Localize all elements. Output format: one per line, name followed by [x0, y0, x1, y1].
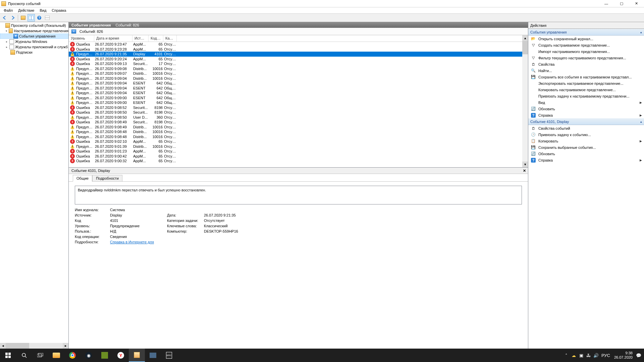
table-row[interactable]: !Предупреж...26.07.2020 9:09:08Distrib..… [69, 66, 528, 71]
collapse-icon[interactable]: ▴ [640, 31, 642, 34]
eventviewer-task-icon[interactable] [129, 349, 145, 362]
taskbar-clock[interactable]: 9:38 26.07.2020 [612, 351, 635, 360]
tree-admin-events[interactable]: События управления [0, 34, 68, 39]
actions-section-2[interactable]: Событие 4101, Display▴ [528, 118, 644, 125]
col-eventid[interactable]: Код со... [149, 35, 163, 42]
table-row[interactable]: !Ошибка26.07.2020 9:23:28AppM...65Отсутс… [69, 47, 528, 52]
table-row[interactable]: !Ошибка26.07.2020 9:00:42AppM...65Отсутс… [69, 154, 528, 159]
action-item[interactable]: 🔄Обновить [528, 106, 644, 112]
tree-custom-views[interactable]: ▾Настраиваемые представления [0, 28, 68, 34]
start-button[interactable] [0, 349, 16, 362]
table-row[interactable]: !Предупреж...26.07.2020 9:08:48Distrib..… [69, 129, 528, 134]
table-row[interactable]: !Предупреж...26.07.2020 9:09:00ESENT642О… [69, 96, 528, 101]
table-row[interactable]: !Предупреж...26.07.2020 9:09:04ESENT642О… [69, 81, 528, 86]
table-row[interactable]: !Предупреж...26.07.2020 9:09:04ESENT642О… [69, 90, 528, 96]
action-item[interactable]: 📂Открыть сохраненный журнал... [528, 36, 644, 42]
table-head[interactable]: Уровень Дата и время Источ... Код со... … [69, 35, 528, 42]
table-row[interactable]: !Ошибка26.07.2020 9:08:52Securit...8198О… [69, 105, 528, 110]
menu-view[interactable]: Вид [37, 8, 49, 13]
action-item[interactable]: ?Справка▶ [528, 157, 644, 163]
table-row[interactable]: !Ошибка26.07.2020 9:20:24AppM...65Отсутс… [69, 57, 528, 62]
tray-volume-icon[interactable]: 🔊 [593, 349, 599, 362]
table-row[interactable]: !Ошибка26.07.2020 9:23:47AppM...65Отсутс… [69, 42, 528, 47]
pane-button[interactable] [28, 14, 35, 21]
table-row[interactable]: !Ошибка26.07.2020 9:08:50Securit...8198О… [69, 110, 528, 115]
notifications-icon[interactable]: 💬 [635, 349, 642, 362]
tree-root[interactable]: Просмотр событий (Локальный) [0, 23, 68, 28]
explorer-icon[interactable] [48, 349, 64, 362]
chrome-icon[interactable] [64, 349, 80, 362]
tree-win-logs[interactable]: ▸Журналы Windows [0, 39, 68, 44]
close-button[interactable]: ✕ [629, 0, 644, 7]
tree-hscrollbar[interactable]: ◂▸ [0, 343, 68, 349]
table-row[interactable]: !Предупреж...26.07.2020 9:09:04ESENT642О… [69, 86, 528, 91]
table-row[interactable]: !Предупреж...26.07.2020 9:08:49Distrib..… [69, 125, 528, 130]
table-row[interactable]: !Ошибка26.07.2020 9:01:23AppM...65Отсутс… [69, 149, 528, 154]
table-row[interactable]: !Предупреж...26.07.2020 9:08:48Distrib..… [69, 134, 528, 139]
table-row[interactable]: !Предупреж...26.07.2020 9:21:35Display41… [69, 52, 528, 57]
tray-app-icon[interactable]: ▣ [578, 349, 585, 362]
action-item[interactable]: 🔄Обновить [528, 150, 644, 157]
action-item[interactable]: 💾Сохранить выбранные события... [528, 144, 644, 150]
table-row[interactable]: !Ошибка26.07.2020 9:09:13Securit...17Отс… [69, 61, 528, 66]
table-row[interactable]: !Ошибка26.07.2020 9:08:49Securit...8198О… [69, 120, 528, 125]
action-item[interactable]: 🗒Свойства событий [528, 125, 644, 131]
table-row[interactable]: !Предупреж...26.07.2020 9:09:07Distrib..… [69, 71, 528, 76]
tab-general[interactable]: Общие [73, 175, 92, 182]
app-task-icon[interactable] [145, 349, 161, 362]
maximize-button[interactable]: ▢ [614, 0, 629, 7]
table-vscrollbar[interactable]: ▴▾ [522, 35, 528, 167]
menu-action[interactable]: Действие [15, 8, 37, 13]
table-row[interactable]: !Предупреж...26.07.2020 9:09:00ESENT642О… [69, 100, 528, 105]
action-item[interactable]: ?Справка▶ [528, 112, 644, 118]
online-help-link[interactable]: Справка в Интернете для [110, 240, 164, 244]
action-item[interactable]: ▽Создать настраиваемое представление... [528, 42, 644, 48]
col-source[interactable]: Источ... [132, 35, 149, 42]
action-item[interactable]: 🗒Свойства [528, 61, 644, 67]
action-item[interactable]: 📋Копировать▶ [528, 138, 644, 144]
action-item[interactable]: 💾Сохранить все события в настраиваемом п… [528, 74, 644, 80]
action-item[interactable]: Копировать настраиваемое представление..… [528, 86, 644, 93]
actions-section-1[interactable]: События управления▴ [528, 29, 644, 36]
forward-button[interactable] [9, 14, 16, 21]
col-datetime[interactable]: Дата и время [94, 35, 132, 42]
tree-subscriptions[interactable]: Подписки [0, 50, 68, 55]
minimize-button[interactable]: — [599, 0, 614, 7]
detail-close-button[interactable]: ✕ [522, 168, 527, 173]
table-row[interactable]: !Предупреж...26.07.2020 9:08:50User D...… [69, 115, 528, 120]
taskview-button[interactable] [32, 349, 48, 362]
action-item[interactable]: Экспортировать настраиваемое представлен… [528, 80, 644, 86]
action-item[interactable]: Привязать задачу к настраиваемому предст… [528, 93, 644, 99]
tree-app-logs[interactable]: ▸Журналы приложений и служб [0, 44, 68, 50]
table-row[interactable]: !Ошибка26.07.2020 9:02:10AppM...65Отсутс… [69, 139, 528, 144]
table-body[interactable]: !Ошибка26.07.2020 9:23:47AppM...65Отсутс… [69, 42, 528, 167]
tab-details[interactable]: Подробности [92, 175, 122, 181]
tray-expand-icon[interactable]: ˄ [563, 349, 570, 362]
tray-onedrive-icon[interactable]: ☁ [571, 349, 577, 362]
tray-lang[interactable]: РУС [600, 349, 611, 362]
table-row[interactable]: !Предупреж...26.07.2020 9:09:04Distrib..… [69, 76, 528, 81]
pane2-button[interactable] [44, 14, 51, 21]
col-category[interactable]: Катего... [163, 35, 177, 42]
col-level[interactable]: Уровень [69, 35, 94, 42]
table-row[interactable]: !Ошибка26.07.2020 9:00:32AppM...65Отсутс… [69, 159, 528, 164]
action-icon [531, 49, 536, 54]
action-item[interactable]: ▽Фильтр текущего настраиваемого представ… [528, 55, 644, 61]
steam-icon[interactable]: ◉ [80, 349, 97, 362]
epic-icon[interactable]: EPIC [161, 349, 177, 362]
menu-help[interactable]: Справка [49, 8, 69, 13]
minecraft-icon[interactable] [97, 349, 113, 362]
tray-network-icon[interactable]: 🖧 [585, 349, 592, 362]
action-item[interactable]: 🔍Найти... [528, 67, 644, 74]
action-item[interactable]: 🕒Привязать задачу к событию... [528, 131, 644, 138]
yandex-icon[interactable]: Y [113, 349, 129, 362]
search-button[interactable] [16, 349, 32, 362]
help-button[interactable]: ? [36, 14, 43, 21]
action-item[interactable]: Вид▶ [528, 99, 644, 106]
action-item[interactable]: Импорт настраиваемого представления... [528, 48, 644, 55]
back-button[interactable] [1, 14, 8, 21]
table-row[interactable]: !Предупреж...26.07.2020 9:01:39Distrib..… [69, 144, 528, 149]
menu-file[interactable]: Файл [1, 8, 15, 13]
collapse-icon[interactable]: ▴ [640, 120, 642, 123]
show-hide-tree-button[interactable] [19, 14, 27, 21]
